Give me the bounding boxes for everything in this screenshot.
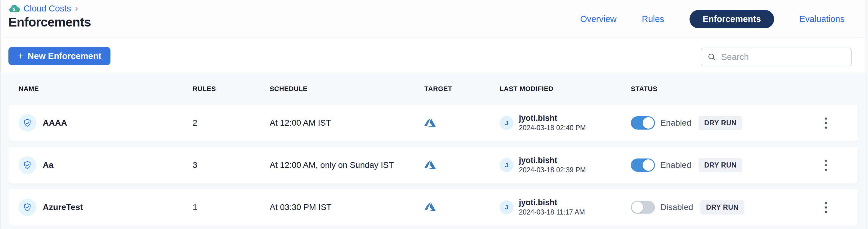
enforcements-table: NAME RULES SCHEDULE TARGET LAST MODIFIED…: [1, 73, 866, 229]
tab-enforcements[interactable]: Enforcements: [689, 10, 774, 28]
column-header-rules: RULES: [193, 85, 270, 93]
tab-bar: Overview Rules Enforcements Evaluations: [580, 0, 844, 38]
breadcrumb-cloud-costs-link[interactable]: Cloud Costs: [24, 4, 71, 13]
azure-icon: [424, 159, 436, 171]
schedule-text: At 12:00 AM, only on Sunday IST: [270, 160, 424, 170]
modified-timestamp: 2024-03-18 11:17 AM: [519, 208, 585, 217]
search-icon: [707, 52, 716, 61]
dry-run-badge: DRY RUN: [699, 158, 743, 172]
table-row[interactable]: AAAA 2 At 12:00 AM IST J jyoti.bisht 202: [8, 105, 858, 141]
new-enforcement-button[interactable]: + New Enforcement: [8, 47, 111, 65]
dry-run-badge: DRY RUN: [700, 200, 744, 214]
column-header-last-modified: LAST MODIFIED: [500, 85, 631, 93]
status-label: Enabled: [660, 160, 691, 170]
rules-count: 2: [193, 118, 270, 128]
toggle-knob: [643, 117, 654, 128]
page-header: $ Cloud Costs › Enforcements Overview Ru…: [1, 0, 866, 38]
page-title: Enforcements: [8, 15, 91, 30]
azure-icon: [424, 201, 436, 213]
tab-overview[interactable]: Overview: [580, 14, 617, 24]
table-body: AAAA 2 At 12:00 AM IST J jyoti.bisht 202: [1, 105, 866, 226]
svg-text:$: $: [13, 6, 16, 11]
chevron-right-icon: ›: [75, 4, 78, 13]
enforcement-name[interactable]: AAAA: [43, 118, 67, 128]
enabled-toggle[interactable]: [631, 116, 655, 130]
toolbar: + New Enforcement: [1, 38, 866, 73]
search-box[interactable]: [701, 48, 852, 66]
shield-check-icon: [19, 114, 36, 132]
avatar: J: [500, 116, 514, 130]
schedule-text: At 12:00 AM IST: [270, 118, 424, 128]
kebab-menu-icon[interactable]: [822, 115, 830, 132]
status-label: Disabled: [660, 202, 693, 212]
modified-timestamp: 2024-03-18 02:40 PM: [519, 123, 586, 133]
main-content: $ Cloud Costs › Enforcements Overview Ru…: [1, 0, 866, 229]
avatar: J: [500, 158, 514, 172]
enabled-toggle[interactable]: [631, 201, 655, 214]
modified-by-user: jyoti.bisht: [519, 155, 586, 166]
tab-evaluations[interactable]: Evaluations: [799, 14, 844, 24]
avatar: J: [500, 200, 514, 214]
breadcrumb: $ Cloud Costs ›: [8, 4, 78, 13]
table-row[interactable]: Aa 3 At 12:00 AM, only on Sunday IST J j…: [8, 147, 858, 183]
modified-timestamp: 2024-03-18 02:39 PM: [519, 166, 586, 175]
dry-run-badge: DRY RUN: [699, 116, 743, 130]
shield-check-icon: [19, 199, 36, 216]
rules-count: 3: [193, 160, 270, 170]
azure-icon: [424, 117, 436, 129]
toggle-knob: [643, 160, 654, 171]
search-input[interactable]: [721, 52, 845, 62]
table-row[interactable]: AzureTest 1 At 03:30 PM IST J jyoti.bish…: [8, 189, 858, 226]
column-header-status: STATUS: [631, 85, 799, 93]
shield-check-icon: [19, 156, 36, 174]
tab-rules[interactable]: Rules: [642, 14, 664, 24]
table-header-row: NAME RULES SCHEDULE TARGET LAST MODIFIED…: [8, 73, 858, 105]
rules-count: 1: [193, 202, 270, 212]
kebab-menu-icon[interactable]: [822, 157, 830, 174]
toggle-knob: [632, 202, 643, 213]
enforcement-name[interactable]: Aa: [43, 160, 54, 170]
status-label: Enabled: [660, 118, 691, 128]
schedule-text: At 03:30 PM IST: [270, 202, 424, 212]
column-header-target: TARGET: [424, 85, 500, 93]
column-header-name: NAME: [19, 85, 193, 93]
modified-by-user: jyoti.bisht: [519, 113, 586, 123]
enforcement-name[interactable]: AzureTest: [43, 202, 83, 212]
kebab-menu-icon[interactable]: [822, 199, 830, 216]
enabled-toggle[interactable]: [631, 159, 655, 172]
cloud-dollar-icon: $: [8, 4, 20, 13]
modified-by-user: jyoti.bisht: [519, 198, 585, 208]
plus-icon: +: [18, 51, 24, 61]
new-enforcement-button-label: New Enforcement: [28, 51, 101, 61]
column-header-schedule: SCHEDULE: [270, 85, 424, 93]
